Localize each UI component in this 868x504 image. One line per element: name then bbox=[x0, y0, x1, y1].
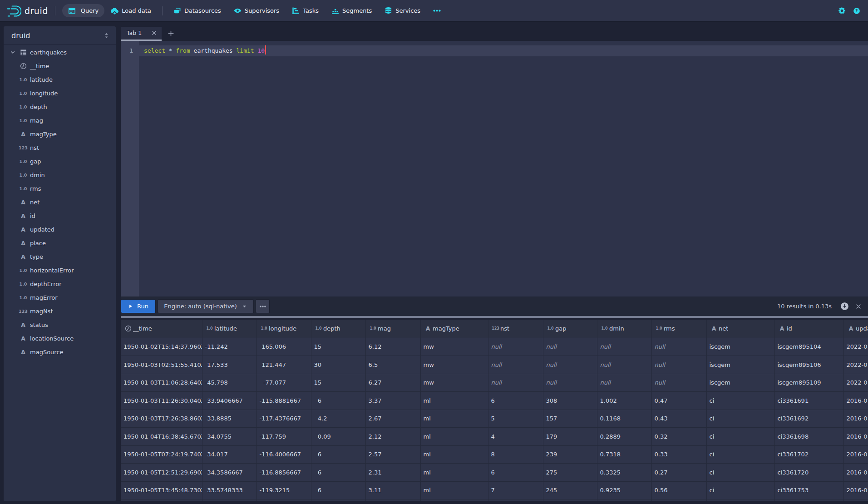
cell-rms[interactable]: 0.32 bbox=[651, 428, 706, 446]
cell-latitude[interactable] bbox=[202, 499, 256, 502]
nav-item-datasources[interactable]: Datasources bbox=[167, 0, 227, 22]
cell-nst[interactable]: 6 bbox=[488, 392, 543, 410]
cell-latitude[interactable]: 34.3586667 bbox=[202, 464, 256, 482]
cell-depth[interactable]: 6 bbox=[311, 481, 365, 499]
cell-id[interactable]: ci3361702 bbox=[774, 445, 843, 464]
cell-net[interactable] bbox=[706, 499, 774, 502]
cell-longitude[interactable]: -117.4376667 bbox=[256, 410, 311, 428]
cell-__time[interactable]: 1950-01-02T15:14:37.960Z bbox=[121, 338, 202, 356]
cell-dmin[interactable]: null bbox=[597, 338, 651, 356]
cell-__time[interactable]: 1950-01-03T02:51:55.410Z bbox=[121, 356, 202, 374]
cell-rms[interactable]: 0.27 bbox=[651, 464, 706, 482]
cell-depth[interactable]: 6 bbox=[311, 392, 365, 410]
cell-__time[interactable]: 1950-01-05T12:51:29.690Z bbox=[121, 464, 202, 482]
cell-magType[interactable]: ml bbox=[420, 428, 488, 446]
cell-rms[interactable] bbox=[651, 499, 706, 502]
cell-updated[interactable]: 2016-0 bbox=[843, 410, 868, 428]
cell-__time[interactable]: 1950-01-04T16:38:45.670Z bbox=[121, 428, 202, 446]
tree-item-magSource[interactable]: AmagSource bbox=[4, 345, 116, 359]
cell-longitude[interactable]: 165.006 bbox=[256, 338, 311, 356]
cell-latitude[interactable]: 34.017 bbox=[202, 445, 256, 464]
cell-longitude[interactable]: -77.077 bbox=[256, 374, 311, 392]
tree-item-type[interactable]: Atype bbox=[4, 250, 116, 263]
cell-updated[interactable]: 2016-0 bbox=[843, 392, 868, 410]
cell-dmin[interactable]: 1.002 bbox=[597, 392, 651, 410]
cell-mag[interactable]: 2.31 bbox=[365, 464, 420, 482]
cell-net[interactable]: iscgem bbox=[706, 374, 774, 392]
cell-nst[interactable]: null bbox=[488, 356, 543, 374]
nav-item-tasks[interactable]: Tasks bbox=[286, 0, 325, 22]
cell-magType[interactable]: ml bbox=[420, 410, 488, 428]
cell-latitude[interactable]: -45.798 bbox=[202, 374, 256, 392]
cell-net[interactable]: ci bbox=[706, 445, 774, 464]
cell-depth[interactable]: 6 bbox=[311, 464, 365, 482]
help-button[interactable] bbox=[853, 7, 860, 15]
cell-updated[interactable]: 2022-0 bbox=[843, 374, 868, 392]
query-more-button[interactable] bbox=[256, 300, 269, 313]
column-header-__time[interactable]: __time bbox=[121, 320, 202, 338]
column-header-depth[interactable]: 1.0depth bbox=[311, 320, 365, 338]
cell-mag[interactable]: 3.11 bbox=[365, 481, 420, 499]
cell-id[interactable]: iscgem895104 bbox=[774, 338, 843, 356]
cell-id[interactable]: ci3361720 bbox=[774, 464, 843, 482]
tree-item-earthquakes[interactable]: earthquakes bbox=[4, 45, 116, 59]
cell-net[interactable]: ci bbox=[706, 481, 774, 499]
cell-gap[interactable]: 275 bbox=[543, 464, 597, 482]
column-header-longitude[interactable]: 1.0longitude bbox=[256, 320, 311, 338]
cell-mag[interactable]: 3.37 bbox=[365, 392, 420, 410]
tree-item-depthError[interactable]: 1.0depthError bbox=[4, 277, 116, 291]
cell-net[interactable]: ci bbox=[706, 464, 774, 482]
cell-__time[interactable]: 1950-01-03T17:26:38.860Z bbox=[121, 410, 202, 428]
cell-depth[interactable]: 15 bbox=[311, 374, 365, 392]
engine-select-button[interactable]: Engine: auto (sql-native) bbox=[158, 300, 253, 313]
column-header-updated[interactable]: Aupdated bbox=[843, 320, 868, 338]
cell-dmin[interactable] bbox=[597, 499, 651, 502]
tree-item-status[interactable]: Astatus bbox=[4, 318, 116, 331]
cell-id[interactable]: ci3361692 bbox=[774, 410, 843, 428]
tree-item-magType[interactable]: AmagType bbox=[4, 127, 116, 141]
cell-updated[interactable]: 2016-0 bbox=[843, 445, 868, 464]
cell-depth[interactable]: 6 bbox=[311, 445, 365, 464]
tree-item-__time[interactable]: __time bbox=[4, 59, 116, 73]
run-button[interactable]: Run bbox=[121, 300, 155, 313]
cell-id[interactable]: ci3361698 bbox=[774, 428, 843, 446]
nav-item-query[interactable]: Query bbox=[62, 4, 105, 17]
nav-item-load-data[interactable]: Load data bbox=[104, 0, 158, 22]
cell-magType[interactable]: ml bbox=[420, 481, 488, 499]
cell-depth[interactable]: 30 bbox=[311, 356, 365, 374]
cell-mag[interactable]: 2.12 bbox=[365, 428, 420, 446]
column-header-nst[interactable]: 123nst bbox=[488, 320, 543, 338]
cell-latitude[interactable]: 17.533 bbox=[202, 356, 256, 374]
cell-gap[interactable]: null bbox=[543, 374, 597, 392]
tab-close-icon[interactable] bbox=[151, 30, 157, 36]
new-tab-button[interactable] bbox=[162, 27, 180, 41]
sql-editor[interactable]: 1 select * from earthquakes limit 10 bbox=[121, 41, 868, 296]
cell-updated[interactable]: 2016-0 bbox=[843, 481, 868, 499]
tree-item-net[interactable]: Anet bbox=[4, 195, 116, 209]
cell-gap[interactable]: 239 bbox=[543, 445, 597, 464]
cell-nst[interactable]: 7 bbox=[488, 481, 543, 499]
cell-net[interactable]: iscgem bbox=[706, 356, 774, 374]
cell-__time[interactable] bbox=[121, 499, 202, 502]
cell-dmin[interactable]: 0.1168 bbox=[597, 410, 651, 428]
cell-nst[interactable]: null bbox=[488, 338, 543, 356]
cell-rms[interactable]: null bbox=[651, 374, 706, 392]
tree-item-gap[interactable]: 1.0gap bbox=[4, 154, 116, 168]
cell-mag[interactable]: 6.5 bbox=[365, 356, 420, 374]
cell-longitude[interactable]: -116.4006667 bbox=[256, 445, 311, 464]
cell-latitude[interactable]: 34.0755 bbox=[202, 428, 256, 446]
download-button[interactable] bbox=[839, 301, 849, 311]
panel-splitter[interactable] bbox=[121, 316, 868, 318]
cell-dmin[interactable]: 0.7318 bbox=[597, 445, 651, 464]
cell-net[interactable]: ci bbox=[706, 428, 774, 446]
column-header-latitude[interactable]: 1.0latitude bbox=[202, 320, 256, 338]
cell-depth[interactable] bbox=[311, 499, 365, 502]
cell-updated[interactable]: 2016-0 bbox=[843, 428, 868, 446]
cell-latitude[interactable]: -11.242 bbox=[202, 338, 256, 356]
tree-item-latitude[interactable]: 1.0latitude bbox=[4, 73, 116, 86]
cell-rms[interactable]: 0.43 bbox=[651, 410, 706, 428]
cell-updated[interactable] bbox=[843, 499, 868, 502]
cell-rms[interactable]: null bbox=[651, 338, 706, 356]
cell-nst[interactable]: 5 bbox=[488, 410, 543, 428]
cell-dmin[interactable]: 0.3325 bbox=[597, 464, 651, 482]
